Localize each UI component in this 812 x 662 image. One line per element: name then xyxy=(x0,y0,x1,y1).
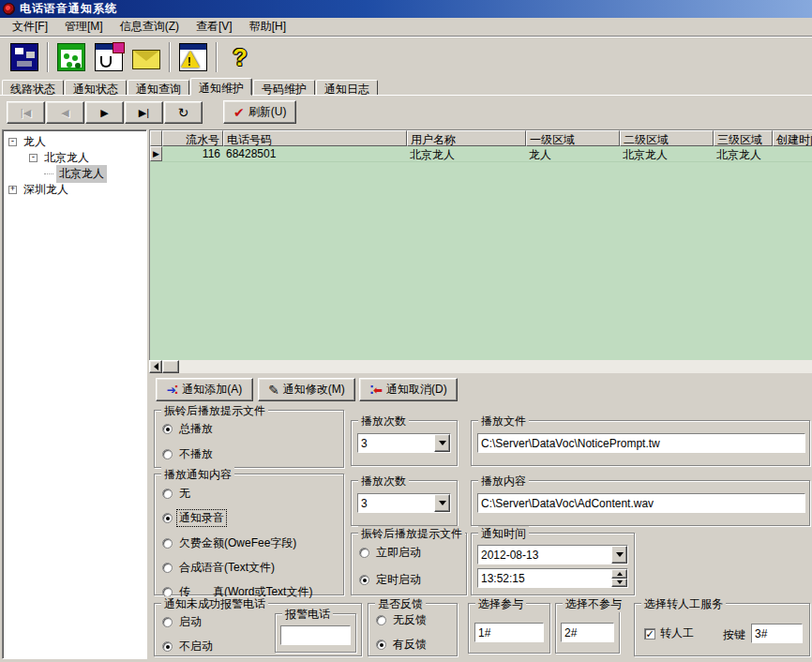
nav-first-button[interactable]: |◀ xyxy=(7,101,45,124)
menu-info-query[interactable]: 信息查询(Z) xyxy=(112,17,188,37)
radio-option-record[interactable]: 通知录音 xyxy=(155,510,343,526)
transfer-checkbox-label[interactable]: 转人工 xyxy=(660,625,694,641)
radio-option-tts[interactable]: 合成语音(Text文件) xyxy=(155,560,343,576)
collapse-icon[interactable]: - xyxy=(29,154,38,162)
scrollbar-thumb[interactable] xyxy=(162,360,179,373)
spinner-buttons[interactable] xyxy=(611,569,627,587)
collapse-icon[interactable]: - xyxy=(8,138,17,146)
transfer-checkbox-row[interactable]: 转人工 xyxy=(644,625,694,641)
participate-key-input[interactable] xyxy=(475,624,543,641)
checkbox-icon[interactable] xyxy=(644,628,655,639)
radio-label[interactable]: 合成语音(Text文件) xyxy=(177,560,277,576)
nav-last-button[interactable]: ▶| xyxy=(125,101,163,124)
tree-item-beijing-leaf[interactable]: 北京龙人 xyxy=(3,166,146,182)
radio-icon[interactable] xyxy=(376,639,386,650)
radio-icon[interactable] xyxy=(162,617,173,627)
radio-icon[interactable] xyxy=(359,548,369,558)
line-status-toolbar-button[interactable] xyxy=(6,39,43,75)
scroll-left-button[interactable] xyxy=(149,360,162,373)
tab-line-status[interactable]: 线路状态 xyxy=(2,80,64,96)
radio-icon[interactable] xyxy=(162,449,173,459)
radio-label[interactable]: 不播放 xyxy=(177,446,215,462)
tree-item-beijing[interactable]: - 北京龙人 xyxy=(3,150,146,166)
radio-icon[interactable] xyxy=(162,538,173,549)
tab-notify-log[interactable]: 通知日志 xyxy=(316,80,378,96)
radio-label[interactable]: 有反馈 xyxy=(391,637,429,653)
radio-label[interactable]: 不启动 xyxy=(177,639,215,654)
tab-number-maintain[interactable]: 号码维护 xyxy=(253,80,315,96)
tree-item-label[interactable]: 深圳龙人 xyxy=(21,181,71,199)
chevron-down-icon[interactable] xyxy=(434,434,450,452)
tab-notify-status[interactable]: 通知状态 xyxy=(65,80,127,96)
col-header-user[interactable]: 用户名称 xyxy=(407,130,526,146)
spin-up-icon[interactable] xyxy=(611,569,627,579)
help-toolbar-button[interactable]: ? xyxy=(221,39,259,75)
menu-manage[interactable]: 管理[M] xyxy=(56,17,112,37)
table-row[interactable]: ▶ 116 68428501 北京龙人 龙人 北京龙人 北京龙人 xyxy=(150,146,812,162)
radio-icon[interactable] xyxy=(162,489,173,499)
cell-user[interactable]: 北京龙人 xyxy=(407,146,526,161)
radio-option-none[interactable]: 无 xyxy=(155,486,343,502)
radio-label[interactable]: 无反馈 xyxy=(391,612,429,628)
alert-log-toolbar-button[interactable] xyxy=(174,39,212,75)
col-header-area2[interactable]: 二级区域 xyxy=(620,130,714,146)
cell-area2[interactable]: 北京龙人 xyxy=(620,146,714,161)
message-toolbar-button[interactable] xyxy=(128,39,165,75)
radio-label[interactable]: 总播放 xyxy=(177,421,215,437)
nav-prev-button[interactable]: ◀ xyxy=(46,101,84,124)
notify-modify-button[interactable]: 通知修改(M) xyxy=(258,378,355,401)
radio-option-has-feedback[interactable]: 有反馈 xyxy=(368,637,457,653)
col-header-created[interactable]: 创建时间 xyxy=(773,130,812,146)
play-file-input[interactable] xyxy=(478,434,804,452)
radio-icon[interactable] xyxy=(359,575,369,585)
play-count-2-value[interactable] xyxy=(358,494,434,512)
alarm-phone-input[interactable] xyxy=(281,626,350,644)
play-count-1-value[interactable] xyxy=(358,434,434,452)
notify-status-toolbar-button[interactable] xyxy=(53,39,90,75)
radio-option-start-now[interactable]: 立即启动 xyxy=(352,545,466,561)
title-bar[interactable]: 电话语音通知系统 xyxy=(0,0,812,18)
radio-label[interactable]: 无 xyxy=(177,486,192,502)
radio-option-owefee[interactable]: 欠费金额(OweFee字段) xyxy=(155,535,343,551)
col-header-area3[interactable]: 三级区域 xyxy=(714,130,773,146)
tree-item-shenzhen[interactable]: + 深圳龙人 xyxy=(3,182,146,198)
expand-icon[interactable]: + xyxy=(8,186,17,194)
notify-cancel-button[interactable]: 通知取消(D) xyxy=(359,378,458,401)
tab-notify-query[interactable]: 通知查询 xyxy=(128,80,189,96)
menu-help[interactable]: 帮助[H] xyxy=(241,17,294,37)
notify-time-value[interactable] xyxy=(478,569,611,587)
col-header-area1[interactable]: 一级区域 xyxy=(526,130,620,146)
tree-item-root[interactable]: - 龙人 xyxy=(3,134,146,150)
grid-hscrollbar[interactable] xyxy=(149,360,812,373)
nav-reload-button[interactable]: ↻ xyxy=(164,101,203,124)
radio-label[interactable]: 通知录音 xyxy=(177,510,226,526)
radio-icon[interactable] xyxy=(162,563,173,573)
radio-option-total-play[interactable]: 总播放 xyxy=(155,421,343,437)
notify-query-toolbar-button[interactable] xyxy=(90,39,128,75)
radio-option-start-timed[interactable]: 定时启动 xyxy=(352,572,466,588)
notify-add-button[interactable]: 通知添加(A) xyxy=(156,378,253,401)
radio-icon[interactable] xyxy=(162,641,173,652)
cell-created[interactable] xyxy=(773,146,812,161)
radio-label[interactable]: 立即启动 xyxy=(374,545,423,561)
chevron-down-icon[interactable] xyxy=(434,494,450,512)
radio-label[interactable]: 定时启动 xyxy=(374,572,423,588)
chevron-down-icon[interactable] xyxy=(611,546,627,564)
transfer-key-input[interactable] xyxy=(752,624,802,642)
radio-icon[interactable] xyxy=(376,615,386,625)
play-content-input[interactable] xyxy=(478,494,804,512)
notify-date-combobox[interactable] xyxy=(477,545,628,564)
cell-area3[interactable]: 北京龙人 xyxy=(714,146,773,161)
cell-phone[interactable]: 68428501 xyxy=(223,146,407,161)
notify-date-value[interactable] xyxy=(478,546,611,564)
not-participate-key-input[interactable] xyxy=(562,624,613,641)
col-header-serial[interactable]: 流水号 xyxy=(162,130,223,146)
play-count-1-combobox[interactable] xyxy=(357,433,451,453)
radio-icon[interactable] xyxy=(162,513,173,523)
menu-view[interactable]: 查看[V] xyxy=(188,17,241,37)
nav-next-button[interactable]: ▶ xyxy=(85,101,124,124)
menu-file[interactable]: 文件[F] xyxy=(4,17,56,37)
refresh-button[interactable]: 刷新(U) xyxy=(223,100,296,124)
spin-down-icon[interactable] xyxy=(611,579,627,588)
radio-option-no-feedback[interactable]: 无反馈 xyxy=(368,612,457,628)
